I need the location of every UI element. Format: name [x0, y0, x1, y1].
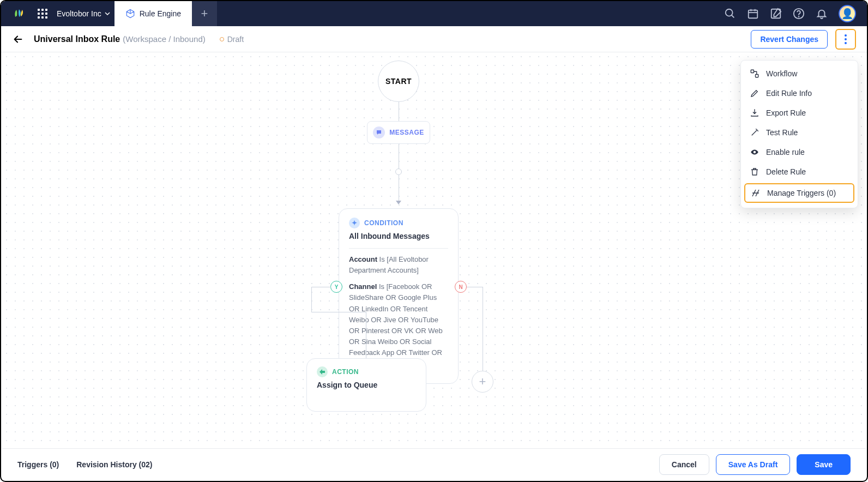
svg-rect-1	[749, 10, 758, 19]
nav-icons: 👤	[724, 5, 867, 22]
connector-port[interactable]	[395, 168, 402, 175]
connector	[311, 287, 312, 312]
save-draft-button[interactable]: Save As Draft	[716, 454, 791, 475]
connector	[467, 287, 483, 287]
search-icon[interactable]	[724, 8, 736, 20]
kebab-icon	[845, 34, 847, 44]
action-icon	[317, 366, 328, 377]
add-node-button[interactable]: +	[472, 371, 493, 393]
status-text: Draft	[227, 35, 244, 44]
message-icon	[373, 126, 385, 138]
svg-rect-5	[751, 70, 754, 73]
rule-title: Universal Inbox Rule	[34, 34, 120, 44]
help-icon[interactable]	[793, 8, 805, 20]
start-node[interactable]: START	[378, 61, 419, 102]
triggers-icon	[751, 188, 761, 198]
svg-point-0	[726, 9, 733, 16]
menu-item-workflow[interactable]: Workflow	[741, 64, 858, 83]
menu-item-export-rule[interactable]: Export Rule	[741, 103, 858, 123]
action-title: Assign to Queue	[317, 381, 416, 389]
message-node[interactable]: MESSAGE	[367, 121, 430, 144]
menu-item-manage-triggers[interactable]: Manage Triggers (0)	[744, 183, 854, 203]
chevron-down-icon	[105, 11, 110, 16]
connector	[399, 102, 399, 121]
status-badge: Draft	[220, 35, 244, 44]
more-options-button[interactable]	[835, 29, 856, 50]
condition-no-port[interactable]: N	[455, 281, 467, 293]
eye-icon	[750, 147, 760, 157]
org-name-label: Evoltobor Inc	[57, 9, 101, 18]
bell-icon[interactable]	[816, 8, 828, 20]
condition-icon: ✦	[349, 218, 360, 228]
footer-tab-history[interactable]: Revision History (02)	[76, 460, 152, 469]
page-header: Universal Inbox Rule (Workspace / Inboun…	[1, 26, 867, 52]
workflow-canvas[interactable]: Workflow Edit Rule Info Export Rule Test…	[2, 52, 866, 448]
tab-label: Rule Engine	[140, 9, 181, 18]
connector	[311, 287, 331, 287]
condition-title: All Inbound Messages	[349, 232, 448, 240]
tab-rule-engine[interactable]: Rule Engine	[114, 1, 192, 26]
pencil-icon	[750, 88, 760, 98]
condition-channel: Channel Is [Facebook OR SlideShare OR Go…	[349, 281, 448, 369]
apps-launcher[interactable]	[33, 4, 52, 23]
download-icon	[750, 108, 760, 118]
menu-item-enable-rule[interactable]: Enable rule	[741, 142, 858, 162]
trash-icon	[750, 167, 760, 177]
menu-item-delete-rule[interactable]: Delete Rule	[741, 162, 858, 182]
brand-logo	[9, 4, 28, 23]
menu-item-test-rule[interactable]: Test Rule	[741, 123, 858, 142]
top-nav: Evoltobor Inc Rule Engine + 👤	[1, 1, 867, 26]
condition-account: Account Is [All Evoltobor Department Acc…	[349, 254, 448, 276]
arrow-down-icon	[396, 201, 401, 204]
svg-rect-6	[756, 75, 758, 77]
status-dot-icon	[220, 37, 224, 41]
footer-bar: Triggers (0) Revision History (02) Cance…	[2, 448, 866, 480]
svg-point-4	[799, 16, 799, 17]
connector	[366, 312, 366, 358]
connector	[399, 144, 399, 168]
calendar-icon[interactable]	[747, 8, 759, 20]
more-options-menu: Workflow Edit Rule Info Export Rule Test…	[740, 60, 858, 208]
save-button[interactable]: Save	[797, 454, 851, 475]
cube-icon	[125, 9, 135, 19]
action-node[interactable]: ACTION Assign to Queue	[306, 358, 426, 412]
revert-changes-button[interactable]: Revert Changes	[751, 30, 828, 49]
rule-subtitle: (Workspace / Inbound)	[123, 34, 205, 44]
compose-icon[interactable]	[770, 8, 782, 20]
org-dropdown[interactable]: Evoltobor Inc	[52, 9, 114, 18]
tab-add-button[interactable]: +	[192, 1, 217, 26]
connector	[399, 175, 399, 201]
user-avatar[interactable]: 👤	[839, 5, 856, 22]
wand-icon	[750, 128, 760, 137]
menu-item-edit-rule[interactable]: Edit Rule Info	[741, 83, 858, 103]
cancel-button[interactable]: Cancel	[659, 454, 709, 475]
workflow-icon	[750, 69, 760, 79]
back-arrow[interactable]	[12, 33, 24, 45]
footer-tab-triggers[interactable]: Triggers (0)	[17, 460, 59, 469]
connector	[483, 287, 483, 371]
connector	[311, 312, 366, 312]
condition-yes-port[interactable]: Y	[330, 281, 342, 293]
